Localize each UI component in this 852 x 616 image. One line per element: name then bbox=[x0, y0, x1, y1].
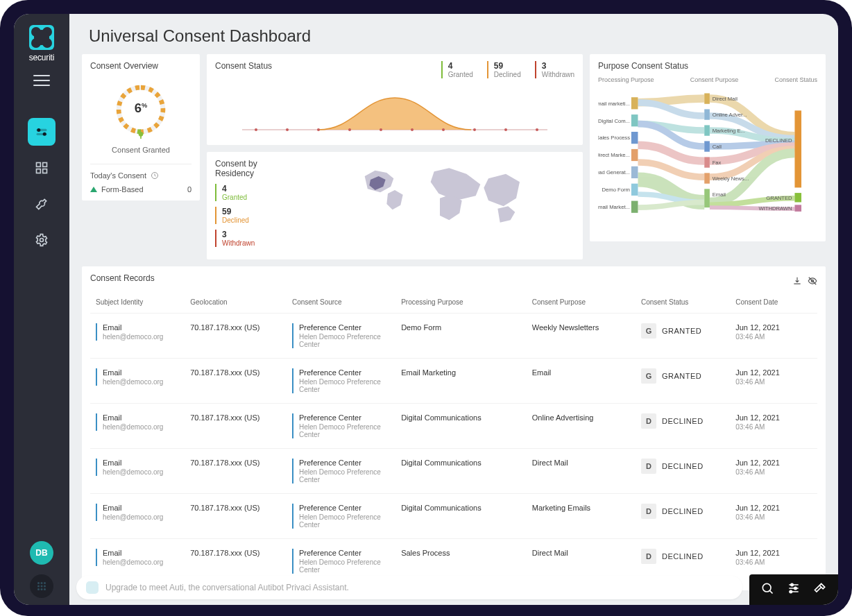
main: Universal Consent Dashboard Consent Over… bbox=[69, 14, 838, 605]
svg-rect-5 bbox=[43, 163, 47, 167]
nav-dashboard[interactable] bbox=[28, 154, 56, 182]
svg-text:Call: Call bbox=[713, 144, 722, 150]
column-header[interactable]: Consent Status bbox=[636, 294, 730, 314]
card-consent-overview: Consent Overview 6% bbox=[82, 54, 200, 200]
svg-point-28 bbox=[317, 128, 320, 131]
download-icon bbox=[792, 276, 802, 286]
svg-point-32 bbox=[442, 128, 445, 131]
grid-icon bbox=[35, 161, 49, 175]
build-button[interactable] bbox=[813, 581, 827, 598]
brand-logo: securiti bbox=[14, 25, 69, 62]
svg-point-30 bbox=[380, 128, 382, 131]
svg-text:Digital Com...: Digital Com... bbox=[598, 118, 630, 124]
svg-rect-62 bbox=[704, 189, 710, 207]
today-consent-label: Today's Consent bbox=[90, 171, 191, 180]
svg-rect-44 bbox=[631, 166, 638, 178]
svg-point-33 bbox=[473, 128, 476, 131]
apps-icon bbox=[35, 580, 48, 592]
search-button[interactable] bbox=[760, 581, 774, 598]
search-icon bbox=[760, 581, 774, 595]
hammer-icon bbox=[813, 581, 827, 595]
svg-rect-40 bbox=[631, 132, 638, 144]
card-consent-status: Consent Status 4Granted59Declined3Withdr… bbox=[207, 54, 583, 145]
column-header[interactable]: Consent Date bbox=[730, 294, 817, 314]
svg-point-77 bbox=[791, 583, 793, 585]
svg-point-11 bbox=[44, 582, 46, 584]
svg-text:Email marketi...: Email marketi... bbox=[598, 101, 630, 107]
sliders-icon bbox=[787, 581, 801, 595]
svg-point-35 bbox=[536, 128, 538, 131]
svg-text:GRANTED: GRANTED bbox=[766, 195, 792, 201]
status-count-declined: 59Declined bbox=[487, 61, 521, 78]
toggle-icon bbox=[35, 125, 49, 139]
svg-point-3 bbox=[43, 132, 46, 136]
svg-text:Email: Email bbox=[713, 191, 726, 198]
column-header[interactable]: Geolocation bbox=[185, 294, 287, 314]
svg-text:Demo Form: Demo Form bbox=[602, 187, 630, 193]
svg-text:WITHDRAWN: WITHDRAWN bbox=[758, 205, 792, 212]
svg-text:Direct Mail: Direct Mail bbox=[713, 96, 738, 102]
overview-caption: Consent Granted bbox=[112, 146, 170, 154]
apps-menu[interactable] bbox=[30, 574, 53, 598]
gauge-chart: 6% bbox=[112, 80, 170, 139]
svg-text:Sales Process: Sales Process bbox=[598, 135, 630, 141]
brand-name: securiti bbox=[29, 53, 54, 62]
svg-rect-68 bbox=[794, 205, 801, 212]
nav-consent[interactable] bbox=[28, 118, 56, 146]
download-button[interactable] bbox=[792, 276, 802, 286]
wrench-icon bbox=[35, 197, 49, 211]
status-count-withdrawn: 3Withdrawn bbox=[535, 61, 574, 78]
table-row[interactable]: Emailhelen@democo.org70.187.178.xxx (US)… bbox=[90, 494, 817, 539]
sidebar: securiti DB bbox=[14, 14, 69, 605]
svg-text:6%: 6% bbox=[135, 101, 148, 115]
purpose-header-mid: Consent Purpose bbox=[690, 76, 739, 83]
purpose-title: Purpose Consent Status bbox=[598, 61, 817, 71]
nav-tools[interactable] bbox=[28, 190, 56, 218]
column-header[interactable]: Consent Purpose bbox=[527, 294, 636, 314]
menu-toggle[interactable] bbox=[33, 75, 50, 86]
table-row[interactable]: Emailhelen@democo.org70.187.178.xxx (US)… bbox=[90, 404, 817, 449]
table-row[interactable]: Emailhelen@democo.org70.187.178.xxx (US)… bbox=[90, 449, 817, 494]
filters-button[interactable] bbox=[787, 581, 801, 598]
svg-text:Email Market...: Email Market... bbox=[598, 204, 630, 210]
svg-rect-66 bbox=[794, 193, 801, 202]
svg-rect-38 bbox=[631, 114, 638, 126]
table-row[interactable]: Emailhelen@democo.org70.187.178.xxx (US)… bbox=[90, 314, 817, 359]
column-header[interactable]: Consent Source bbox=[287, 294, 395, 314]
svg-point-12 bbox=[37, 585, 40, 588]
eye-off-icon bbox=[808, 276, 817, 286]
records-table: Subject IdentityGeolocationConsent Sourc… bbox=[90, 294, 817, 583]
residency-count-withdrawn: 3Withdrawn bbox=[215, 230, 298, 247]
svg-point-14 bbox=[44, 585, 46, 588]
svg-rect-52 bbox=[704, 109, 710, 119]
card-consent-records: Consent Records Subject IdentityGeolocat… bbox=[82, 266, 826, 590]
svg-point-8 bbox=[40, 239, 44, 242]
page-title: Universal Consent Dashboard bbox=[69, 14, 838, 54]
svg-text:Weekly News...: Weekly News... bbox=[713, 176, 749, 182]
column-header[interactable]: Subject Identity bbox=[90, 294, 185, 314]
column-header[interactable]: Processing Purpose bbox=[395, 294, 527, 314]
svg-point-17 bbox=[44, 588, 46, 590]
chat-icon bbox=[86, 581, 99, 594]
svg-rect-58 bbox=[704, 157, 710, 167]
svg-point-27 bbox=[286, 128, 289, 131]
nav-settings[interactable] bbox=[28, 226, 56, 254]
residency-count-granted: 4Granted bbox=[215, 184, 298, 201]
avatar[interactable]: DB bbox=[30, 541, 53, 565]
svg-rect-48 bbox=[631, 201, 638, 213]
hide-columns-button[interactable] bbox=[808, 276, 817, 286]
svg-rect-6 bbox=[37, 169, 41, 173]
card-consent-residency: Consent by Residency 4Granted59Declined3… bbox=[207, 152, 583, 259]
status-count-granted: 4Granted bbox=[441, 61, 473, 78]
svg-point-31 bbox=[411, 128, 414, 131]
svg-rect-36 bbox=[631, 97, 638, 109]
table-row[interactable]: Emailhelen@democo.org70.187.178.xxx (US)… bbox=[90, 359, 817, 404]
svg-rect-7 bbox=[43, 169, 47, 173]
svg-text:DECLINED: DECLINED bbox=[765, 137, 792, 144]
svg-point-10 bbox=[41, 582, 43, 584]
chat-placeholder: Upgrade to meet Auti, the conversational… bbox=[105, 583, 349, 592]
chat-input[interactable]: Upgrade to meet Auti, the conversational… bbox=[76, 576, 742, 599]
svg-point-16 bbox=[41, 588, 43, 590]
svg-rect-50 bbox=[704, 93, 710, 103]
svg-rect-60 bbox=[704, 173, 710, 183]
